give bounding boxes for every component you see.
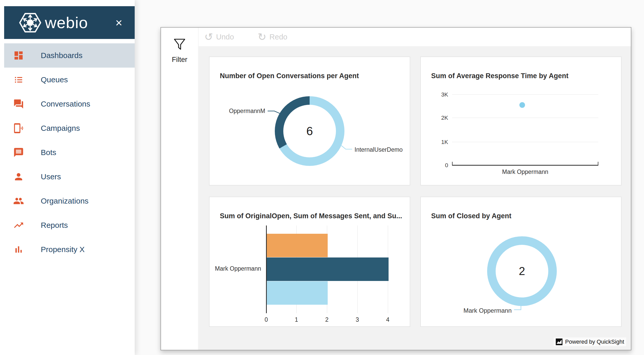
gridline-3k (452, 94, 598, 95)
chart-title: Sum of Average Response Time by Agent (431, 72, 568, 80)
axis-end-tick-left (452, 162, 453, 165)
filter-label: Filter (161, 56, 198, 64)
filter-rail: Filter (161, 28, 198, 350)
donut-hole: 6 (283, 105, 336, 157)
sidebar-item-campaigns[interactable]: Campaigns (4, 116, 135, 140)
sidebar-close-button[interactable]: × (115, 17, 122, 29)
undo-button[interactable]: ↺ Undo (204, 32, 234, 42)
card-open-conversations: Number of Open Conversations per Agent 6… (209, 57, 410, 185)
gridline-1k (452, 142, 598, 142)
redo-button[interactable]: ↻ Redo (258, 32, 287, 42)
reports-icon (13, 220, 24, 231)
y-tick-1k: 1K (430, 139, 448, 146)
queues-icon (13, 74, 24, 85)
leader-oppermannm (268, 111, 281, 114)
card-sums-bars: Sum of OriginalOpen, Sum of Messages Sen… (209, 197, 410, 327)
undo-icon: ↺ (204, 32, 213, 42)
card-avg-response-time: Sum of Average Response Time by Agent 3K… (420, 57, 622, 185)
sidebar-item-label: Campaigns (41, 124, 80, 133)
sidebar-item-conversations[interactable]: Conversations (4, 92, 135, 116)
redo-icon: ↻ (258, 32, 267, 42)
bar-segment[interactable] (267, 281, 328, 305)
bots-icon (13, 147, 24, 158)
powered-by-label: Powered by QuickSight (565, 338, 624, 345)
sidebar-item-label: Organizations (41, 197, 88, 205)
sidebar-item-label: Dashboards (41, 51, 83, 60)
quicksight-toolbar: ↺ Undo ↻ Redo (199, 28, 631, 46)
chart-title: Sum of OriginalOpen, Sum of Messages Sen… (220, 212, 402, 220)
sidebar-item-users[interactable]: Users (4, 165, 135, 189)
organizations-icon (13, 195, 24, 207)
slice-label-oppermannm: OppermannM (229, 108, 265, 115)
card-closed-by-agent: Sum of Closed by Agent 2 Mark Oppermann (420, 197, 622, 327)
sidebar-item-label: Reports (41, 221, 68, 230)
sidebar-item-organizations[interactable]: Organizations (4, 189, 135, 213)
y-category-label: Mark Oppermann (215, 265, 261, 272)
donut-center-value: 2 (519, 265, 525, 278)
sidebar-header: webio × (4, 6, 135, 39)
sidebar-item-propensity-x[interactable]: Propensity X (4, 237, 135, 262)
quicksight-logo-icon (556, 338, 562, 345)
propensity-bar-chart-icon (13, 244, 24, 255)
redo-label: Redo (269, 33, 287, 41)
leader-internaluserdemo (341, 146, 352, 149)
undo-label: Undo (216, 33, 234, 41)
charts-area: Number of Open Conversations per Agent 6… (199, 46, 631, 350)
webio-wordmark: webio (45, 15, 88, 31)
quicksight-footer: Powered by QuickSight (554, 337, 626, 346)
sidebar-item-label: Users (41, 172, 61, 181)
dashboard-icon (13, 50, 24, 61)
sidebar-item-queues[interactable]: Queues (4, 68, 135, 92)
sidebar-item-reports[interactable]: Reports (4, 213, 135, 237)
sidebar-item-label: Queues (41, 75, 68, 84)
slice-label-internaluserdemo: InternalUserDemo (355, 146, 403, 153)
y-tick-0: 0 (430, 162, 448, 169)
campaigns-icon (13, 123, 24, 134)
slice-label-mark-oppermann: Mark Oppermann (463, 307, 512, 314)
sidebar-item-dashboards[interactable]: Dashboards (4, 43, 135, 68)
x-category-label: Mark Oppermann (452, 168, 598, 175)
chart-title: Number of Open Conversations per Agent (220, 72, 359, 80)
x-tick-2: 2 (319, 316, 335, 323)
sidebar-item-bots[interactable]: Bots (4, 140, 135, 165)
gridline-2k (452, 118, 598, 118)
filter-funnel-icon (173, 38, 186, 51)
x-axis-line (452, 165, 598, 166)
open-conversations-donut[interactable]: 6 (275, 96, 344, 166)
filter-button[interactable]: Filter (161, 38, 198, 64)
y-tick-3k: 3K (430, 91, 448, 98)
y-tick-2k: 2K (430, 115, 448, 121)
donut-hole: 2 (496, 245, 548, 297)
closed-by-agent-donut[interactable]: 2 (487, 236, 557, 306)
bar-segment[interactable] (267, 257, 389, 281)
sidebar-item-label: Bots (41, 148, 56, 157)
bar-segment[interactable] (267, 234, 328, 257)
users-icon (13, 171, 24, 182)
sidebar: webio × Dashboards Queues Conversations … (0, 0, 135, 355)
chart-title: Sum of Closed by Agent (431, 212, 511, 220)
axis-end-tick-right (598, 162, 598, 165)
sidebar-nav: Dashboards Queues Conversations Campaign… (0, 43, 135, 262)
x-tick-0: 0 (259, 316, 274, 323)
dashboard-panel: Filter ↺ Undo ↻ Redo Number of Open Conv… (160, 27, 631, 350)
webio-logo-icon (18, 11, 42, 35)
scatter-point-mark-oppermann[interactable] (519, 102, 525, 108)
conversations-icon (13, 98, 24, 110)
x-tick-4: 4 (380, 316, 396, 323)
donut-center-value: 6 (306, 124, 313, 138)
x-tick-1: 1 (289, 316, 304, 323)
sidebar-item-label: Propensity X (41, 245, 85, 254)
sidebar-item-label: Conversations (41, 100, 90, 108)
webio-app: webio × Dashboards Queues Conversations … (0, 0, 644, 355)
x-tick-3: 3 (350, 316, 365, 323)
